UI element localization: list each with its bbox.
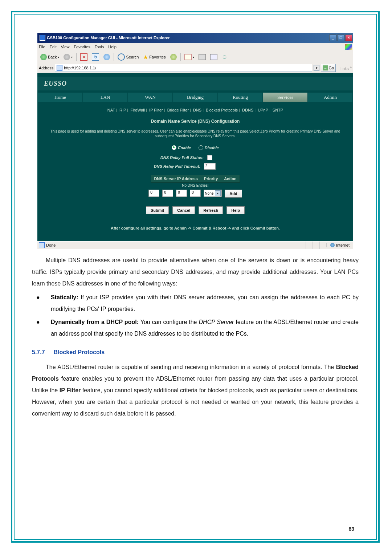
menu-help[interactable]: Help [108,45,117,49]
ie-window: GSB100 Configuration Manager GUI - Micro… [37,33,353,249]
poll-status-checkbox[interactable] [207,155,212,160]
address-dropdown[interactable]: ▾ [314,65,319,71]
page-number: 83 [348,526,354,532]
submit-button[interactable]: Submit [146,206,169,214]
priority-select[interactable]: None ▾ [204,190,222,197]
col-ip: DNS Server IP Address [151,175,201,183]
globe-icon [330,243,335,247]
help-button[interactable]: Help [226,206,245,214]
go-button[interactable]: → Go [321,64,336,72]
subtab-firewall[interactable]: FireWall [130,108,145,112]
section-heading: 5.7.7Blocked Protocols [32,349,359,356]
bullet2-mid: You can configure the [139,319,199,325]
forward-button[interactable]: ▾ [62,53,74,61]
subtab-rip[interactable]: RIP [119,108,126,112]
doc-bullet-list: Statically: If your ISP provides you wit… [32,292,359,340]
subtab-sntp[interactable]: SNTP [273,108,283,112]
bullet1-rest: If your ISP provides you with their DNS … [51,294,359,312]
stop-icon: × [80,53,87,61]
ip-octet-1[interactable]: 0 [148,190,159,197]
subtab-ddns[interactable]: DDNS [242,108,253,112]
disable-radio[interactable]: Disable [199,145,219,150]
tab-services[interactable]: Services [263,93,307,102]
poll-status-label: DNS Relay Poll Status: [117,155,204,160]
address-label: Address [39,66,53,70]
subtab-bridgefilter[interactable]: Bridge Filter [167,108,189,112]
subtab-dns[interactable]: DNS [193,108,201,112]
tab-lan[interactable]: LAN [83,93,127,102]
list-item: Statically: If your ISP provides you wit… [32,292,359,315]
no-entries-text: No DNS Entries! [37,183,353,187]
ip-octet-2[interactable]: 0 [162,190,173,197]
maximize-button[interactable]: □ [337,35,344,41]
subtab-ipfilter[interactable]: IP Filter [149,108,163,112]
ie-icon [40,35,45,41]
messenger-button[interactable]: ☺ [220,53,230,61]
search-icon [118,53,125,61]
edit-button[interactable] [209,53,219,61]
form-buttons: Submit Cancel Refresh Help [37,202,353,219]
tab-admin[interactable]: Admin [308,93,352,102]
links-label[interactable]: Links » [339,65,352,71]
disable-label: Disable [205,146,219,150]
tab-routing[interactable]: Routing [218,93,262,102]
cancel-button[interactable]: Cancel [172,206,195,214]
menu-edit[interactable]: Edit [50,45,57,49]
footer-note: After configure all settings, go to Admi… [37,219,353,238]
ip-octet-4[interactable]: 0 [190,190,201,197]
subtab-upnp[interactable]: UPnP [258,108,268,112]
add-button[interactable]: Add [225,190,242,198]
home-button[interactable] [102,53,111,61]
star-icon: ★ [143,54,148,61]
subtab-nat[interactable]: NAT [107,108,115,112]
brand-logo: EUSSO [44,80,67,88]
poll-timeout-input[interactable]: 2 [204,163,216,170]
page-icon [57,65,62,71]
history-icon [170,54,177,60]
radio-checked-icon [172,145,176,150]
mail-button[interactable]: ▾ [183,53,196,61]
history-button[interactable] [169,53,178,61]
address-field[interactable]: http://192.168.1.1/ [55,64,312,72]
stop-button[interactable]: × [79,53,89,61]
back-icon [40,54,47,60]
go-label: Go [328,66,334,70]
list-item: Dynamically from a DHCP pool: You can co… [32,316,359,340]
print-button[interactable] [197,53,207,61]
dns-table: DNS Server IP Address Priority Action [151,175,240,183]
tab-home[interactable]: Home [38,93,82,102]
favorites-button[interactable]: ★ Favorites [142,53,167,61]
radio-unchecked-icon [199,145,203,150]
refresh-button-form[interactable]: Refresh [199,206,223,214]
messenger-icon: ☺ [222,54,228,60]
enable-disable-row: Enable Disable [37,143,353,154]
zone-text: Internet [336,243,350,247]
home-icon [103,54,110,60]
address-url: http://192.168.1.1/ [64,66,96,70]
search-button[interactable]: Search [116,53,140,61]
chevron-down-icon: ▾ [215,190,221,196]
subtab-blocked[interactable]: Blocked Protocols [206,108,238,112]
poll-status-row: DNS Relay Poll Status: [37,154,353,162]
back-button[interactable]: Back ▾ [39,53,61,61]
enable-radio[interactable]: Enable [172,145,191,150]
search-label: Search [126,55,139,59]
close-button[interactable]: × [345,35,352,41]
doc-para-2: The ADSL/Ethernet router is capable of s… [32,361,359,420]
menu-file[interactable]: File [39,45,45,49]
forward-icon [64,54,70,60]
window-titlebar: GSB100 Configuration Manager GUI - Micro… [37,33,353,43]
menu-tools[interactable]: Tools [95,45,104,49]
mail-icon [184,54,192,60]
menu-view[interactable]: View [61,45,70,49]
menu-favorites[interactable]: Favorites [74,45,90,49]
menubar: File Edit View Favorites Tools Help [37,43,353,51]
ip-octet-3[interactable]: 0 [176,190,187,197]
minimize-button[interactable]: _ [329,35,336,41]
dns-input-row: 0 0 0 0 None ▾ Add [37,187,353,202]
tab-wan[interactable]: WAN [128,93,172,102]
logo-bar: EUSSO [37,73,353,90]
refresh-button[interactable]: ↻ [90,53,101,61]
col-priority: Priority [201,175,221,183]
tab-bridging[interactable]: Bridging [173,93,217,102]
